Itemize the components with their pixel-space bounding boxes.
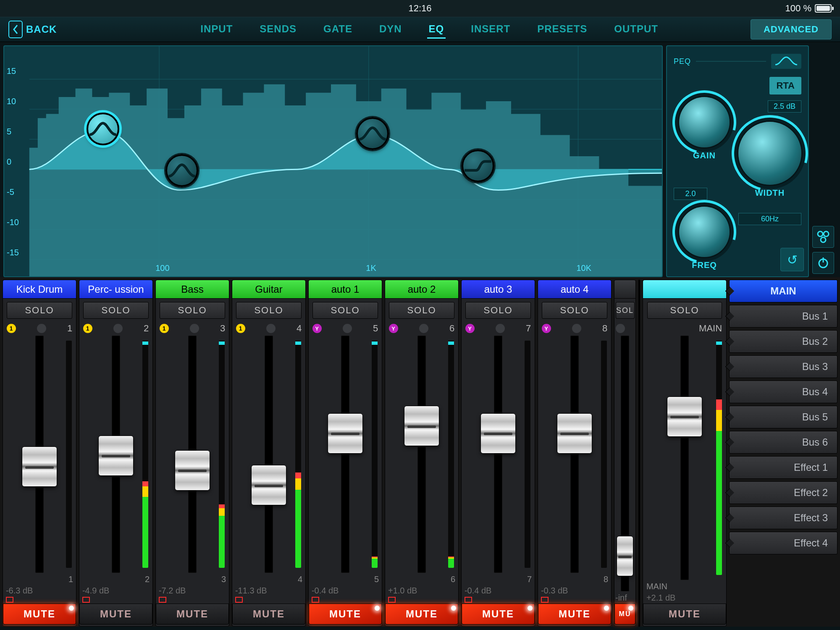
mute-button[interactable]: MUTE	[385, 604, 458, 625]
record-arm[interactable]	[388, 597, 396, 603]
solo-button[interactable]: SOLO	[389, 302, 455, 319]
bus-effect-1[interactable]: Effect 1	[729, 456, 837, 479]
fader-cap[interactable]	[617, 536, 633, 576]
advanced-button[interactable]: ADVANCED	[751, 19, 832, 39]
fader[interactable]	[538, 336, 611, 573]
width-knob[interactable]	[738, 122, 801, 185]
fader-cap[interactable]	[175, 450, 210, 491]
bus-effect-3[interactable]: Effect 3	[729, 507, 837, 529]
record-arm[interactable]	[235, 597, 243, 603]
fader[interactable]	[643, 336, 726, 580]
fader-cap[interactable]	[98, 436, 134, 476]
fader[interactable]	[462, 336, 535, 573]
eq-band-handle-3[interactable]	[356, 117, 389, 150]
bus-effect-2[interactable]: Effect 2	[729, 481, 837, 504]
bus-effect-4[interactable]: Effect 4	[729, 532, 837, 554]
routing-dot[interactable]: Y	[542, 324, 551, 333]
fader-cap[interactable]	[557, 413, 592, 454]
channel-name[interactable]: auto 1	[309, 280, 382, 299]
channel-7[interactable]: auto 3SOLOY77-0.4 dBMUTE	[461, 280, 535, 627]
record-arm[interactable]	[82, 597, 90, 603]
channel-name[interactable]	[643, 280, 726, 299]
eq-band-handle-2[interactable]	[165, 154, 198, 187]
fader[interactable]	[385, 336, 458, 573]
fader[interactable]	[3, 336, 76, 573]
channel-3[interactable]: BassSOLO133-7.2 dBMUTE	[155, 280, 229, 627]
record-arm[interactable]	[465, 597, 472, 603]
rta-button[interactable]: RTA	[769, 77, 801, 94]
channel-clipped[interactable]: SOL -inf MU	[614, 280, 636, 627]
gain-knob[interactable]	[679, 97, 730, 147]
reset-button[interactable]: ↺	[780, 248, 804, 271]
channel-name[interactable]: Perc- ussion	[79, 280, 152, 299]
power-icon[interactable]	[812, 252, 834, 274]
mute-button[interactable]: MUTE	[3, 604, 76, 625]
fader-cap[interactable]	[328, 413, 363, 454]
bus-bus-1[interactable]: Bus 1	[729, 305, 837, 328]
routing-dot[interactable]: Y	[312, 324, 322, 333]
mute-button[interactable]: MUTE	[309, 604, 382, 625]
solo-button[interactable]: SOL	[616, 302, 635, 319]
solo-button[interactable]: SOLO	[312, 302, 378, 319]
routing-dot[interactable]: Y	[389, 324, 398, 333]
channel-8[interactable]: auto 4SOLOY88-0.3 dBMUTE	[538, 280, 612, 627]
routing-dot[interactable]: 1	[236, 324, 245, 333]
fader-cap[interactable]	[480, 413, 516, 454]
routing-dot[interactable]: 1	[7, 324, 16, 333]
routing-dot[interactable]: 1	[83, 324, 92, 333]
main-channel[interactable]: SOLO MAIN MAIN +2.1 dB MUTE	[643, 280, 727, 627]
mute-button[interactable]: MUTE	[643, 604, 726, 625]
tab-input[interactable]: INPUT	[199, 21, 234, 39]
channel-name[interactable]: auto 3	[462, 280, 535, 299]
solo-button[interactable]: SOLO	[542, 302, 608, 319]
mute-button[interactable]: MUTE	[462, 604, 535, 625]
record-arm[interactable]	[541, 597, 549, 603]
bus-bus-2[interactable]: Bus 2	[729, 330, 837, 353]
mute-button[interactable]: MUTE	[538, 604, 611, 625]
solo-button[interactable]: SOLO	[236, 302, 302, 319]
bus-bus-4[interactable]: Bus 4	[729, 381, 837, 403]
channel-name[interactable]	[614, 280, 635, 299]
mute-button[interactable]: MU	[614, 604, 635, 625]
eq-band-handle-4[interactable]	[462, 150, 494, 182]
tab-sends[interactable]: SENDS	[258, 21, 298, 39]
tab-output[interactable]: OUTPUT	[612, 21, 660, 39]
record-arm[interactable]	[159, 597, 166, 603]
record-arm[interactable]	[6, 597, 13, 603]
fader-cap[interactable]	[251, 465, 286, 505]
tab-eq[interactable]: EQ	[427, 21, 446, 39]
mute-button[interactable]: MUTE	[79, 604, 152, 625]
channel-6[interactable]: auto 2SOLOY66+1.0 dBMUTE	[385, 280, 459, 627]
solo-button[interactable]: SOLO	[83, 302, 149, 319]
channel-5[interactable]: auto 1SOLOY55-0.4 dBMUTE	[308, 280, 382, 627]
fader[interactable]	[79, 336, 152, 573]
fader-cap[interactable]	[667, 396, 702, 437]
solo-button[interactable]: SOLO	[647, 302, 722, 319]
routing-dot[interactable]: Y	[465, 324, 475, 333]
bus-bus-3[interactable]: Bus 3	[729, 355, 837, 378]
fader[interactable]	[309, 336, 382, 573]
routing-dot[interactable]: 1	[160, 324, 169, 333]
mute-button[interactable]: MUTE	[232, 604, 305, 625]
tab-presets[interactable]: PRESETS	[536, 21, 589, 39]
freq-knob[interactable]	[679, 207, 730, 257]
channel-name[interactable]: auto 4	[538, 280, 611, 299]
channel-4[interactable]: GuitarSOLO144-11.3 dBMUTE	[232, 280, 306, 627]
fader[interactable]	[156, 336, 229, 573]
solo-button[interactable]: SOLO	[465, 302, 531, 319]
tab-gate[interactable]: GATE	[322, 21, 354, 39]
solo-button[interactable]: SOLO	[160, 302, 226, 319]
channel-name[interactable]: Kick Drum	[3, 280, 76, 299]
channel-1[interactable]: Kick DrumSOLO111-6.3 dBMUTE	[3, 280, 76, 627]
eq-graph[interactable]: 151050-5-10-15 100 1K 10K	[3, 45, 663, 277]
back-button[interactable]: BACK	[8, 21, 57, 38]
bus-main[interactable]: MAIN	[729, 280, 837, 302]
record-arm[interactable]	[312, 597, 319, 603]
channel-2[interactable]: Perc- ussionSOLO122-4.9 dBMUTE	[79, 280, 153, 627]
eq-band-handle-1[interactable]	[87, 113, 119, 145]
overview-icon[interactable]	[812, 226, 834, 248]
tab-insert[interactable]: INSERT	[469, 21, 512, 39]
channel-name[interactable]: Bass	[156, 280, 229, 299]
bell-curve-icon[interactable]	[771, 54, 801, 69]
solo-button[interactable]: SOLO	[7, 302, 73, 319]
